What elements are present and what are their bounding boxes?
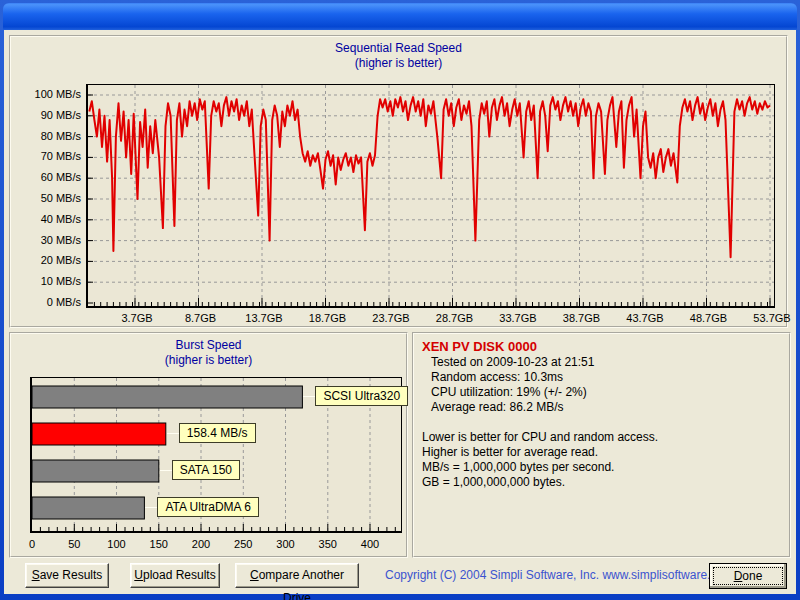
sequential-chart-title: Sequential Read Speed <box>11 41 786 55</box>
x-tick-label: 38.7GB <box>563 312 600 324</box>
y-tick-label: 20 MB/s <box>11 254 81 266</box>
info-note-line: Higher is better for average read. <box>422 445 781 460</box>
y-tick-label: 40 MB/s <box>11 213 81 225</box>
sequential-read-panel: Sequential Read Speed (higher is better)… <box>9 35 788 328</box>
y-tick-label: 80 MB/s <box>11 130 81 142</box>
bar-value-label: 158.4 MB/s <box>179 423 256 443</box>
burst-chart-subtitle: (higher is better) <box>11 353 406 367</box>
x-tick-label: 33.7GB <box>499 312 536 324</box>
bar-value-label: ATA UltraDMA 6 <box>157 497 259 517</box>
save-results-button[interactable]: Save Results <box>25 563 109 588</box>
bar-label-connector <box>167 433 179 434</box>
burst-chart-title: Burst Speed <box>11 338 406 352</box>
done-button[interactable]: Done <box>709 563 787 589</box>
random-access-line: Random access: 10.3ms <box>431 370 781 385</box>
burst-x-tick-label: 100 <box>107 538 125 550</box>
burst-x-tick-label: 50 <box>68 538 80 550</box>
bar-label-connector <box>145 507 157 508</box>
burst-x-tick-label: 300 <box>276 538 294 550</box>
x-tick-label: 23.7GB <box>372 312 409 324</box>
client-area: Sequential Read Speed (higher is better)… <box>4 30 796 594</box>
burst-x-tick-label: 150 <box>150 538 168 550</box>
upload-results-button[interactable]: Upload Results <box>130 563 220 588</box>
average-read-line: Average read: 86.2 MB/s <box>431 400 781 415</box>
y-tick-label: 30 MB/s <box>11 234 81 246</box>
x-tick-label: 13.7GB <box>245 312 282 324</box>
burst-x-tick-label: 250 <box>234 538 252 550</box>
x-tick-label: 28.7GB <box>436 312 473 324</box>
y-tick-label: 90 MB/s <box>11 109 81 121</box>
y-tick-label: 70 MB/s <box>11 150 81 162</box>
info-notes: Lower is better for CPU and random acces… <box>422 430 781 490</box>
sequential-read-plot <box>86 84 775 308</box>
bar-value-label: SATA 150 <box>172 460 240 480</box>
sequential-chart-subtitle: (higher is better) <box>11 56 786 70</box>
bar-value-label: SCSI Ultra320 <box>315 386 408 406</box>
bar-label-connector <box>160 470 172 471</box>
drive-info-panel: XEN PV DISK 0000 Tested on 2009-10-23 at… <box>412 332 791 558</box>
bar-label-connector <box>303 396 315 397</box>
copyright-text: Copyright (C) 2004 Simpli Software, Inc.… <box>385 568 733 582</box>
y-tick-label: 100 MB/s <box>11 88 81 100</box>
y-tick-label: 10 MB/s <box>11 275 81 287</box>
y-tick-label: 0 MB/s <box>11 296 81 308</box>
burst-x-tick-label: 400 <box>361 538 379 550</box>
compare-another-drive-button[interactable]: Compare Another Drive <box>235 563 359 588</box>
sequential-read-line-chart <box>88 85 774 306</box>
burst-x-tick-label: 0 <box>29 538 35 550</box>
info-note-line: GB = 1,000,000,000 bytes. <box>422 475 781 490</box>
y-tick-label: 50 MB/s <box>11 192 81 204</box>
drive-name: XEN PV DISK 0000 <box>422 339 781 355</box>
burst-x-tick-label: 200 <box>192 538 210 550</box>
y-tick-label: 60 MB/s <box>11 171 81 183</box>
x-tick-label: 43.7GB <box>626 312 663 324</box>
x-tick-label: 18.7GB <box>309 312 346 324</box>
info-note-line: Lower is better for CPU and random acces… <box>422 430 781 445</box>
title-bar[interactable]: HD Tach version 3.0.4.0 - For non-commer… <box>3 3 797 30</box>
info-note-line: MB/s = 1,000,000 bytes per second. <box>422 460 781 475</box>
x-tick-label: 53.7GB <box>753 312 790 324</box>
tested-on-line: Tested on 2009-10-23 at 21:51 <box>431 355 781 370</box>
burst-x-tick-label: 350 <box>319 538 337 550</box>
x-tick-label: 48.7GB <box>690 312 727 324</box>
x-tick-label: 8.7GB <box>185 312 216 324</box>
hdtach-window: HD Tach version 3.0.4.0 - For non-commer… <box>0 0 800 600</box>
cpu-utilization-line: CPU utilization: 19% (+/- 2%) <box>431 385 781 400</box>
burst-speed-panel: Burst Speed (higher is better) SCSI Ultr… <box>9 332 408 558</box>
x-tick-label: 3.7GB <box>121 312 152 324</box>
